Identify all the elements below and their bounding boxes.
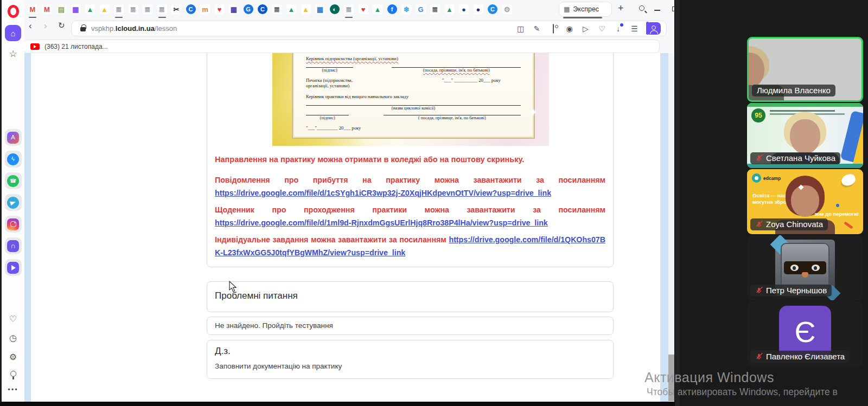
doc-site-icon[interactable]: ≣	[157, 4, 167, 14]
edcamp-brand-text: edcamp	[763, 176, 781, 181]
tab-speed-dial[interactable]: ▦ Экспрес	[559, 2, 612, 17]
paragraph-link: Повідомлення про прибуття на практику мо…	[215, 173, 605, 199]
snapshot-edit-icon[interactable]: ✎	[532, 25, 541, 33]
doc-site-icon[interactable]: ≣	[344, 4, 354, 14]
restore-button[interactable]	[669, 4, 674, 13]
paragraph-link: Індивідуальне завдання можна завантажити…	[215, 233, 605, 259]
tune-icon[interactable]: ☰	[630, 25, 639, 33]
heart-site-icon[interactable]: ♥	[215, 4, 225, 14]
drive-icon[interactable]: ▲	[286, 4, 296, 14]
file-site-icon[interactable]: ≣	[272, 4, 282, 14]
opera-logo-icon[interactable]	[8, 5, 19, 18]
drive-icon[interactable]: ▲	[373, 4, 382, 14]
lesson-card: (посада, прізвище, ім'я, по батькові) Ке…	[207, 53, 614, 267]
lock-icon[interactable]	[80, 27, 86, 31]
gear-site-icon[interactable]: ⚙	[502, 4, 512, 14]
drive-icon[interactable]: ▲	[100, 4, 110, 14]
camera-icon[interactable]	[548, 25, 558, 33]
panel-toggle-bar[interactable]	[646, 22, 649, 35]
more-options-icon[interactable]: •••	[8, 385, 18, 394]
homework-title: Д.з.	[215, 346, 605, 357]
c-site-icon[interactable]: C	[258, 4, 267, 14]
reload-button[interactable]: ↻	[58, 21, 65, 30]
player-icon[interactable]	[5, 259, 22, 276]
homework-text: Заповнити документацію на практику	[215, 362, 605, 370]
participant-name-tag: Людмила Власенко	[752, 85, 835, 96]
c-site-icon[interactable]: C	[186, 4, 196, 14]
basket-icon[interactable]: ▤	[56, 4, 66, 14]
table-app-icon[interactable]: ▦	[229, 4, 239, 14]
slogan-text-2: зом до перемоги!	[814, 211, 859, 217]
bookmarks-star-icon[interactable]: ☆	[9, 48, 17, 60]
notice-text: Направлення на практику можна отримати в…	[215, 154, 605, 165]
participant-name-tag: Zoya Chinovata	[750, 218, 828, 230]
gmail-icon[interactable]: M	[42, 4, 52, 14]
home-speed-dial-icon[interactable]: ⌂	[5, 25, 21, 41]
favorites-heart-icon[interactable]: ♡	[9, 314, 17, 324]
drive-icon[interactable]: ▲	[85, 4, 95, 14]
shield-icon[interactable]: ◉	[565, 25, 574, 33]
drive-link[interactable]: https://drive.google.com/file/d/1ml9d-Rj…	[215, 218, 548, 227]
search-icon[interactable]	[639, 5, 644, 11]
drive-icon[interactable]: ▲	[301, 4, 311, 14]
tab-bar: MM▤▦▲▲≣≣≣≣✂Cm♥▦GC≣▲▲▦◐≣♥▲f❄G≣▲●●C⚙ ▦ Экс…	[24, 0, 674, 18]
purple-site-icon[interactable]: ●	[474, 4, 483, 14]
tab-label: Экспрес	[573, 5, 599, 13]
facebook-icon[interactable]: f	[387, 4, 397, 14]
participant-tile[interactable]: Людмила Власенко	[747, 37, 863, 102]
participant-tile[interactable]: 95 Светлана Чуйкова	[747, 103, 863, 168]
drive-link[interactable]: https://drive.google.com/file/d/1cSYgh1i…	[215, 189, 551, 197]
moodle-icon[interactable]: m	[200, 4, 210, 14]
telegram-icon[interactable]	[5, 194, 22, 211]
page-viewport: (посада, прізвище, ім'я, по батькові) Ке…	[24, 53, 674, 402]
file-site-icon[interactable]: ≣	[430, 4, 440, 14]
scissors-site-icon[interactable]: ✂	[171, 4, 181, 14]
c-site-icon[interactable]: C	[488, 4, 497, 14]
practice-form-image: (посада, прізвище, ім'я, по батькові) Ке…	[272, 53, 549, 146]
messenger-icon[interactable]: ϟ	[5, 151, 22, 167]
url-bar[interactable]: vspkhp.lcloud.in.ua/lesson ◫ ✎ ◉ ▷ ♡ ↓ ☰	[71, 21, 667, 36]
scrollbar-track[interactable]	[668, 53, 674, 402]
mic-muted-icon	[755, 154, 763, 162]
history-clock-icon[interactable]: ◷	[9, 333, 17, 343]
aria-ai-icon[interactable]: A	[5, 129, 22, 146]
doc-site-icon[interactable]: ≣	[114, 4, 124, 14]
url-text: vspkhp.lcloud.in.ua/lesson	[91, 24, 177, 33]
snowflake-site-icon[interactable]: ❄	[401, 4, 411, 14]
whatsapp-icon[interactable]: ☎	[5, 172, 22, 189]
reading-list-icon[interactable]: ◫	[516, 25, 525, 33]
windows-activation-watermark-line2: Чтобы активировать Windows, перейдите в	[647, 386, 838, 398]
heart-site-icon[interactable]: ♥	[359, 4, 368, 14]
participant-tile[interactable]: Є Павленко Єлизавета	[747, 301, 863, 366]
participant-tile[interactable]: Петр Чернышов	[747, 235, 863, 300]
navy-site-icon[interactable]: ●	[459, 4, 469, 14]
downloads-icon[interactable]: ↓	[614, 25, 623, 33]
bookmark-heart-icon[interactable]: ♡	[597, 25, 607, 33]
youtube-tab-bar[interactable]: (363) 21 листопада...	[23, 40, 660, 53]
teal-site-icon[interactable]: ◐	[330, 4, 340, 14]
new-tab-button[interactable]: +	[618, 3, 624, 14]
video-call-panel: Людмила Власенко 95 Светлана Чуйкова edc…	[674, 0, 868, 406]
pinned-tabs: MM▤▦▲▲≣≣≣≣✂Cm♥▦GC≣▲▲▦◐≣♥▲f❄G≣▲●●C⚙	[28, 4, 512, 14]
lucid-mode-icon[interactable]	[10, 371, 16, 377]
settings-gear-icon[interactable]: ⚙	[9, 352, 17, 362]
back-button[interactable]: ‹	[29, 21, 32, 31]
flow-icon[interactable]: ▷	[581, 25, 590, 33]
google-icon[interactable]: G	[416, 4, 426, 14]
participant-name: Светлана Чуйкова	[766, 153, 835, 163]
dove-doodle	[840, 173, 857, 187]
doc-site-icon[interactable]: ≣	[143, 4, 152, 14]
doc-site-icon[interactable]: ≣	[129, 4, 138, 14]
participant-tile[interactable]: edcamp Освіта — наша могутня зброя! зом …	[747, 169, 863, 234]
g-site-icon[interactable]: G	[244, 4, 253, 14]
taskbar-edge	[0, 402, 674, 406]
headphones-icon[interactable]: ∩	[5, 237, 22, 254]
drive-icon[interactable]: ▲	[445, 4, 455, 14]
minimize-button[interactable]	[652, 4, 662, 13]
purple-app-icon[interactable]: ▦	[71, 4, 81, 14]
instagram-icon[interactable]	[5, 216, 22, 233]
blue-table-icon[interactable]: ▦	[315, 4, 325, 14]
forward-button[interactable]: ›	[44, 21, 47, 31]
opera-sidebar: ⌂ ☆ A ϟ ☎ ∩ ♡ ◷ ⚙ •••	[2, 0, 24, 402]
gmail-icon[interactable]: M	[28, 4, 37, 14]
